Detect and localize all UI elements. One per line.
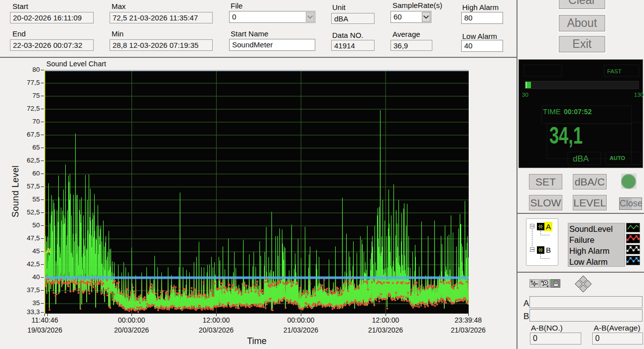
- svg-text:A: A: [46, 247, 51, 255]
